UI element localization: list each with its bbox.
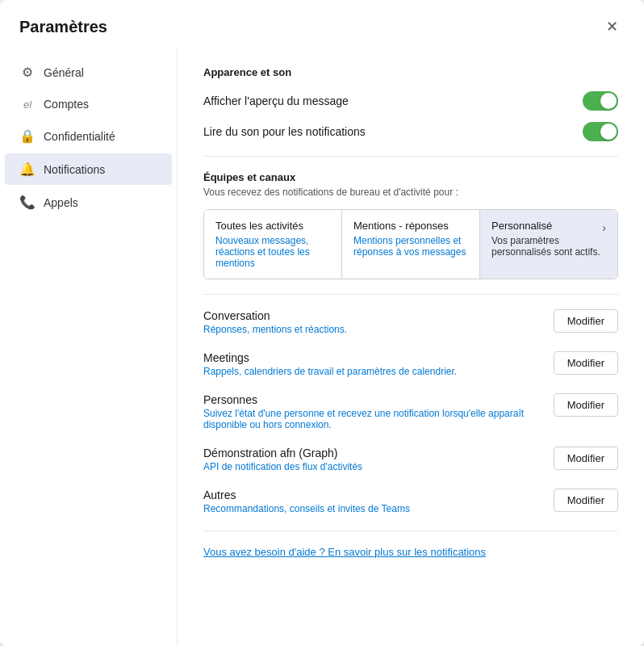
modify-title-demo: Démonstration afn (Graph) <box>203 447 362 459</box>
option-toutes[interactable]: Toutes les activités Nouveaux messages, … <box>204 210 342 279</box>
modify-info-meetings: Meetings Rappels, calendriers de travail… <box>203 351 457 377</box>
sidebar: ⚙ Général el Comptes 🔒 Confidentialité 🔔… <box>0 47 178 646</box>
sidebar-item-comptes[interactable]: el Comptes <box>5 90 172 119</box>
option-toutes-title: Toutes les activités <box>215 220 330 232</box>
sidebar-label-confidentialite: Confidentialité <box>44 130 115 143</box>
modify-info-conversation: Conversation Réponses, mentions et réact… <box>203 309 347 335</box>
modify-desc-demo: API de notification des flux d'activités <box>203 461 362 472</box>
option-personnalise-desc: Vos paramètres personnalisés sont actifs… <box>491 235 606 258</box>
toggle-son-label: Lire du son pour les notifications <box>203 125 366 138</box>
modal-title: Paramètres <box>19 18 107 36</box>
gear-icon: ⚙ <box>19 65 36 80</box>
divider-3 <box>203 531 618 531</box>
modify-title-autres: Autres <box>203 489 410 501</box>
bell-icon: 🔔 <box>19 162 36 177</box>
option-mentions-desc: Mentions personnelles et réponses à vos … <box>353 235 468 258</box>
notification-options: Toutes les activités Nouveaux messages, … <box>203 209 618 279</box>
modify-info-demo: Démonstration afn (Graph) API de notific… <box>203 447 362 472</box>
modify-title-meetings: Meetings <box>203 351 457 364</box>
settings-modal: Paramètres ✕ ⚙ Général el Comptes 🔒 Conf… <box>0 0 644 646</box>
divider-2 <box>203 294 618 295</box>
sidebar-label-notifications: Notifications <box>44 163 105 176</box>
toggle-son[interactable] <box>583 122 618 141</box>
modify-btn-personnes[interactable]: Modifier <box>554 393 618 417</box>
modify-desc-conversation: Réponses, mentions et réactions. <box>203 324 347 335</box>
modify-btn-demo[interactable]: Modifier <box>554 447 618 470</box>
option-toutes-desc: Nouveaux messages, réactions et toutes l… <box>215 235 330 269</box>
toggle-apercu-slider <box>583 91 618 111</box>
option-mentions[interactable]: Mentions - réponses Mentions personnelle… <box>342 210 480 279</box>
section-apparence-title: Apparence et son <box>203 66 618 78</box>
lock-icon: 🔒 <box>19 128 36 144</box>
modify-desc-meetings: Rappels, calendriers de travail et param… <box>203 366 457 377</box>
toggle-apercu-label: Afficher l'aperçu du message <box>203 94 349 107</box>
option-personnalise-title: Personnalisé <box>491 220 552 232</box>
sidebar-item-general[interactable]: ⚙ Général <box>5 57 172 88</box>
section-equipes-sub: Vous recevez des notifications de bureau… <box>203 187 618 198</box>
modify-btn-autres[interactable]: Modifier <box>554 489 618 512</box>
option-mentions-title: Mentions - réponses <box>353 220 468 232</box>
sidebar-label-comptes: Comptes <box>44 98 89 111</box>
person-icon: el <box>19 99 36 111</box>
toggle-apercu-row: Afficher l'aperçu du message <box>203 91 618 111</box>
sidebar-item-notifications[interactable]: 🔔 Notifications <box>5 153 172 185</box>
modify-row-autres: Autres Recommandations, conseils et invi… <box>203 489 618 514</box>
modify-row-conversation: Conversation Réponses, mentions et réact… <box>203 309 618 335</box>
option-personnalise-header: Personnalisé › <box>491 220 606 235</box>
toggle-son-slider <box>583 122 618 141</box>
toggle-son-row: Lire du son pour les notifications <box>203 122 618 141</box>
main-content: Apparence et son Afficher l'aperçu du me… <box>178 47 644 646</box>
toggle-apercu[interactable] <box>583 91 618 111</box>
option-personnalise[interactable]: Personnalisé › Vos paramètres personnali… <box>480 210 617 279</box>
modify-title-conversation: Conversation <box>203 309 347 322</box>
phone-icon: 📞 <box>19 195 36 210</box>
modify-title-personnes: Personnes <box>203 393 541 406</box>
section-equipes-title: Équipes et canaux <box>203 171 618 183</box>
modify-row-demo: Démonstration afn (Graph) API de notific… <box>203 447 618 472</box>
modify-btn-conversation[interactable]: Modifier <box>554 309 618 333</box>
help-link[interactable]: Vous avez besoin d'aide ? En savoir plus… <box>203 546 618 558</box>
sidebar-label-general: Général <box>44 66 84 79</box>
chevron-icon: › <box>602 221 606 234</box>
modify-desc-autres: Recommandations, conseils et invites de … <box>203 503 410 514</box>
close-button[interactable]: ✕ <box>600 15 625 39</box>
modify-btn-meetings[interactable]: Modifier <box>554 351 618 375</box>
sidebar-item-appels[interactable]: 📞 Appels <box>5 187 172 218</box>
modify-info-personnes: Personnes Suivez l'état d'une personne e… <box>203 393 541 430</box>
sidebar-item-confidentialite[interactable]: 🔒 Confidentialité <box>5 120 172 152</box>
modal-body: ⚙ Général el Comptes 🔒 Confidentialité 🔔… <box>0 47 644 646</box>
divider-1 <box>203 156 618 157</box>
modify-desc-personnes: Suivez l'état d'une personne et recevez … <box>203 408 541 430</box>
modify-info-autres: Autres Recommandations, conseils et invi… <box>203 489 410 514</box>
sidebar-label-appels: Appels <box>44 196 78 209</box>
modify-row-personnes: Personnes Suivez l'état d'une personne e… <box>203 393 618 430</box>
modify-row-meetings: Meetings Rappels, calendriers de travail… <box>203 351 618 377</box>
modal-header: Paramètres ✕ <box>0 0 644 39</box>
